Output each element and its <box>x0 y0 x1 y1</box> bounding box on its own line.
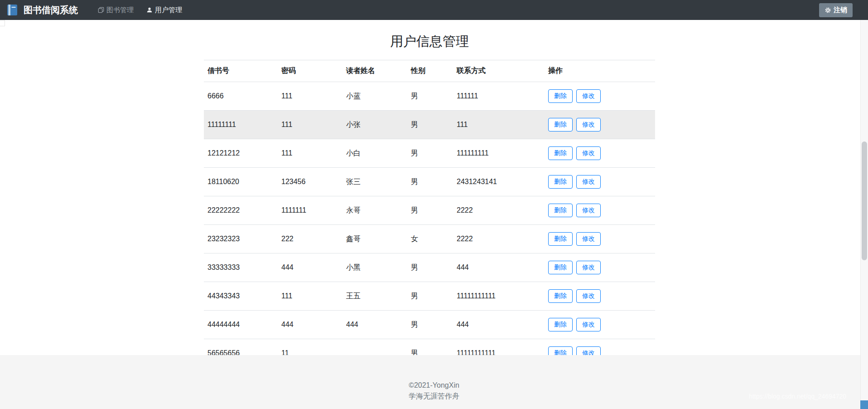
cell-name: 小白 <box>342 139 407 168</box>
cell-id: 12121212 <box>204 139 278 168</box>
cell-id: 11111111 <box>204 111 278 139</box>
cell-password: 222 <box>278 225 342 253</box>
table-row: 6666111小蓝男111111删除修改 <box>204 82 655 111</box>
header-reader-name: 读者姓名 <box>342 60 407 82</box>
delete-button[interactable]: 删除 <box>548 289 573 303</box>
header-operations: 操作 <box>545 60 655 82</box>
cell-contact: 2222 <box>453 196 545 225</box>
header-contact: 联系方式 <box>453 60 545 82</box>
user-table: 借书号 密码 读者姓名 性别 联系方式 操作 6666111小蓝男111111删… <box>204 60 655 368</box>
nav-item-label: 用户管理 <box>155 6 182 15</box>
edit-button[interactable]: 修改 <box>576 289 601 303</box>
cell-id: 18110620 <box>204 168 278 196</box>
cell-contact: 444 <box>453 311 545 339</box>
cell-password: 111 <box>278 111 342 139</box>
delete-button[interactable]: 删除 <box>548 175 573 189</box>
delete-button[interactable]: 删除 <box>548 232 573 246</box>
cell-gender: 男 <box>407 253 453 282</box>
edit-button[interactable]: 修改 <box>576 118 601 131</box>
table-row: 23232323222鑫哥女2222删除修改 <box>204 225 655 253</box>
cell-gender: 男 <box>407 82 453 111</box>
edit-button[interactable]: 修改 <box>576 146 601 160</box>
cell-contact: 2222 <box>453 225 545 253</box>
cell-password: 1111111 <box>278 196 342 225</box>
navbar: 图书借阅系统 图书管理 用户管理 注销 <box>0 0 868 20</box>
nav-item-book-management[interactable]: 图书管理 <box>98 6 134 15</box>
edit-button[interactable]: 修改 <box>576 89 601 103</box>
cell-gender: 男 <box>407 139 453 168</box>
delete-button[interactable]: 删除 <box>548 204 573 217</box>
delete-button[interactable]: 删除 <box>548 89 573 103</box>
book-logo-icon <box>5 3 19 17</box>
cell-gender: 男 <box>407 282 453 311</box>
cell-name: 444 <box>342 311 407 339</box>
cell-name: 张三 <box>342 168 407 196</box>
table-row: 18110620123456张三男2431243141删除修改 <box>204 168 655 196</box>
cell-contact: 444 <box>453 253 545 282</box>
scrollbar-thumb[interactable] <box>862 141 867 260</box>
table-row: 33333333444小黑男444删除修改 <box>204 253 655 282</box>
cell-password: 123456 <box>278 168 342 196</box>
cell-id: 33333333 <box>204 253 278 282</box>
table-row: 11111111111小张男111删除修改 <box>204 111 655 139</box>
cell-id: 44444444 <box>204 311 278 339</box>
app-title: 图书借阅系统 <box>24 4 78 16</box>
left-edge-artifact <box>0 20 5 26</box>
cell-gender: 男 <box>407 111 453 139</box>
table-body: 6666111小蓝男111111删除修改11111111111小张男111删除修… <box>204 82 655 368</box>
cell-id: 22222222 <box>204 196 278 225</box>
cell-password: 111 <box>278 82 342 111</box>
cell-name: 永哥 <box>342 196 407 225</box>
header-gender: 性别 <box>407 60 453 82</box>
footer: ©2021-YongXin 学海无涯苦作舟 https://blog.csdn.… <box>0 355 868 409</box>
nav-item-user-management[interactable]: 用户管理 <box>146 6 182 15</box>
header-password: 密码 <box>278 60 342 82</box>
gear-icon <box>825 7 831 14</box>
cell-contact: 111 <box>453 111 545 139</box>
books-icon <box>98 7 104 13</box>
delete-button[interactable]: 删除 <box>548 318 573 331</box>
cell-password: 444 <box>278 311 342 339</box>
edit-button[interactable]: 修改 <box>576 232 601 246</box>
scrollbar-track[interactable] <box>860 20 868 409</box>
cell-contact: 2431243141 <box>453 168 545 196</box>
cell-name: 小张 <box>342 111 407 139</box>
table-row: 44343343111王五男11111111111删除修改 <box>204 282 655 311</box>
cell-operations: 删除修改 <box>545 311 655 339</box>
edit-button[interactable]: 修改 <box>576 261 601 274</box>
cell-operations: 删除修改 <box>545 196 655 225</box>
cell-operations: 删除修改 <box>545 111 655 139</box>
cell-gender: 男 <box>407 168 453 196</box>
cell-id: 23232323 <box>204 225 278 253</box>
cell-operations: 删除修改 <box>545 168 655 196</box>
delete-button[interactable]: 删除 <box>548 261 573 274</box>
cell-contact: 111111111 <box>453 139 545 168</box>
cell-name: 小黑 <box>342 253 407 282</box>
page-title: 用户信息管理 <box>204 33 655 51</box>
cell-operations: 删除修改 <box>545 282 655 311</box>
nav-item-label: 图书管理 <box>106 6 134 15</box>
main-content: 用户信息管理 借书号 密码 读者姓名 性别 联系方式 操作 6666111小蓝男… <box>204 20 655 390</box>
user-icon <box>146 7 153 13</box>
scrollbar-corner-button[interactable] <box>860 400 868 409</box>
cell-gender: 女 <box>407 225 453 253</box>
csdn-watermark: https://blog.csdn.net/qq_24694720 <box>749 391 846 402</box>
table-row: 12121212111小白男111111111删除修改 <box>204 139 655 168</box>
cell-gender: 男 <box>407 196 453 225</box>
delete-button[interactable]: 删除 <box>548 118 573 131</box>
header-borrow-id: 借书号 <box>204 60 278 82</box>
cell-operations: 删除修改 <box>545 225 655 253</box>
table-row: 222222221111111永哥男2222删除修改 <box>204 196 655 225</box>
cell-name: 王五 <box>342 282 407 311</box>
logout-button[interactable]: 注销 <box>819 3 853 17</box>
logout-label: 注销 <box>834 6 847 15</box>
cell-id: 44343343 <box>204 282 278 311</box>
cell-name: 鑫哥 <box>342 225 407 253</box>
cell-operations: 删除修改 <box>545 253 655 282</box>
edit-button[interactable]: 修改 <box>576 204 601 217</box>
cell-password: 111 <box>278 282 342 311</box>
delete-button[interactable]: 删除 <box>548 146 573 160</box>
edit-button[interactable]: 修改 <box>576 318 601 331</box>
edit-button[interactable]: 修改 <box>576 175 601 189</box>
cell-operations: 删除修改 <box>545 82 655 111</box>
